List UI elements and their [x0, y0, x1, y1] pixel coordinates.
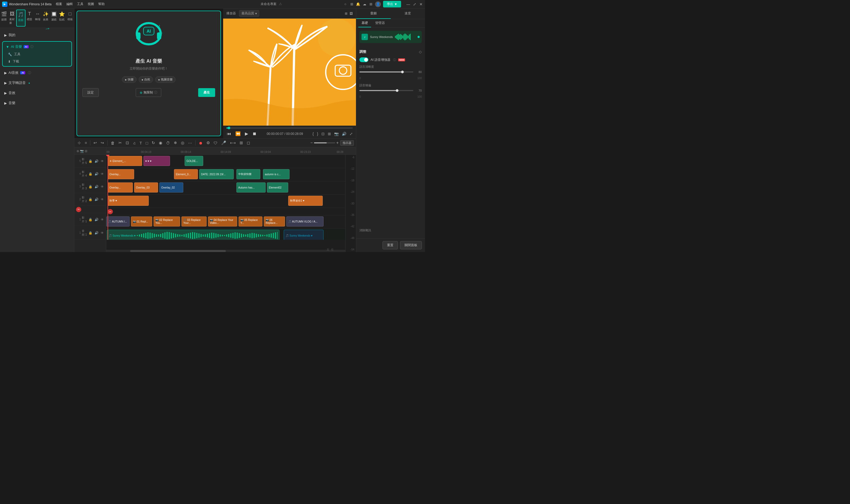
- clip-midautumn[interactable]: 中秋節快樂: [236, 169, 260, 179]
- clip-date[interactable]: DATE: 2022.09.19/...: [199, 169, 234, 179]
- track-1-eye[interactable]: 👁: [100, 217, 104, 222]
- clip-06-replace[interactable]: 📷 06 Replace...: [264, 216, 285, 227]
- track-1-speaker[interactable]: 🔊: [94, 217, 99, 222]
- menu-item-view[interactable]: 視圖: [88, 2, 94, 6]
- settings-icon[interactable]: ⊞: [350, 2, 354, 6]
- transition-tool-button[interactable]: ⟷: [229, 140, 237, 146]
- menu-item-help[interactable]: 幫助: [98, 2, 105, 6]
- ai-music-tools[interactable]: 🔧 工具: [6, 51, 70, 58]
- snap-icon[interactable]: ⊡: [321, 132, 324, 136]
- toolbar-audio[interactable]: 🎵 音頻: [16, 10, 25, 26]
- menu-item-file[interactable]: 檔案: [56, 2, 62, 6]
- toolbar-template[interactable]: □ 模板: [66, 10, 74, 26]
- track-4-speaker[interactable]: 🔊: [94, 172, 99, 176]
- clarity-slider[interactable]: [359, 71, 413, 72]
- cloud-icon[interactable]: ☁: [362, 2, 367, 6]
- image-icon[interactable]: 🖼: [350, 12, 353, 15]
- clip-autumn-is[interactable]: autumn is c...: [263, 169, 289, 179]
- clip-autumn-vlog-end[interactable]: 🎵 AUTUMN VLOG / A...: [286, 216, 323, 227]
- volume-icon[interactable]: 🔊: [342, 132, 347, 136]
- toolbar-sticker[interactable]: ⭐ 貼紙: [58, 10, 66, 26]
- clip-01-replace[interactable]: 📷 01 Repl...: [131, 216, 152, 227]
- track-4-lock[interactable]: 🔒: [88, 172, 93, 176]
- adjust-diamond-icon[interactable]: ◇: [419, 50, 422, 54]
- track-3-lock[interactable]: 🔒: [88, 184, 93, 189]
- pip-tool-button[interactable]: ⊞: [238, 140, 244, 146]
- tag-ambient[interactable]: ● 氛圍音樂: [155, 76, 176, 83]
- audio-1-eye[interactable]: 👁: [100, 231, 104, 235]
- music-header[interactable]: ▶ 音樂: [3, 99, 71, 107]
- noise-slider[interactable]: [359, 90, 413, 91]
- stop-button[interactable]: ⏹: [252, 131, 257, 137]
- maximize-button[interactable]: ⤢: [413, 2, 417, 6]
- toolbar-effect[interactable]: ✨ 效果: [42, 10, 50, 26]
- clip-overlay-02[interactable]: Overlay_02: [159, 182, 183, 193]
- track-5-speaker[interactable]: 🔊: [94, 159, 99, 164]
- add-track-button[interactable]: ⊕: [76, 149, 79, 153]
- subtab-voice-changer[interactable]: 變聲器: [372, 19, 388, 28]
- pip-icon[interactable]: ⊞: [328, 132, 331, 136]
- fullscreen-icon[interactable]: ⤢: [350, 132, 353, 136]
- cut-button[interactable]: ✂: [118, 140, 123, 146]
- clip-autumn-season[interactable]: 秋季 ♥: [108, 196, 149, 206]
- clip-hearts[interactable]: ♥ ♥ ♥: [143, 156, 170, 166]
- audio-clip-sunny-2[interactable]: 🎵 Sunny Weekends ♥: [284, 230, 323, 240]
- clip-golde[interactable]: GOLDE...: [184, 156, 203, 166]
- select-track-button[interactable]: ⌗: [84, 140, 88, 146]
- toolbar-material[interactable]: 🖼 素材庫: [8, 10, 16, 26]
- ai-effect-header[interactable]: ▶ AI音效 AI ⓘ: [3, 69, 71, 77]
- track-4-eye[interactable]: 👁: [100, 172, 104, 176]
- clip-autumn-mini[interactable]: 秋季迷你1 ♥: [288, 196, 323, 206]
- tab-speed[interactable]: 速度: [391, 8, 425, 19]
- toolbar-filter[interactable]: 🔲 濾鏡: [50, 10, 58, 26]
- shape-button[interactable]: □: [144, 140, 149, 146]
- tag-happy[interactable]: ● 快樂: [122, 76, 137, 83]
- audio-clip-sunny-1[interactable]: 🎵 Sunny Weekends ♥ // Waveform bars gene…: [107, 230, 280, 240]
- camera-track-button[interactable]: 📷: [80, 149, 84, 153]
- track-2-speaker[interactable]: 🔊: [94, 197, 99, 202]
- record-button[interactable]: ⏺: [198, 140, 204, 146]
- audio-1-speaker[interactable]: 🔊: [94, 231, 99, 235]
- clip-overlay-03[interactable]: Overlay_03: [134, 182, 158, 193]
- undo-button[interactable]: ↩: [92, 140, 98, 146]
- track-5-eye[interactable]: 👁: [100, 159, 104, 164]
- track-5-lock[interactable]: 🔒: [88, 159, 93, 164]
- progress-bar[interactable]: [226, 127, 353, 128]
- text-button[interactable]: T: [138, 140, 143, 146]
- timeline-scrollbar[interactable]: [106, 250, 345, 252]
- ai-settings-button[interactable]: 設定: [82, 88, 99, 97]
- quality-select[interactable]: 最高品質 ▾: [239, 10, 259, 17]
- rotate-button[interactable]: ↻: [150, 140, 156, 146]
- mark-in-icon[interactable]: {: [313, 132, 314, 136]
- search-icon[interactable]: ○: [343, 2, 348, 6]
- clip-04-replace[interactable]: 📷 04 Replace Your Video...: [208, 216, 237, 227]
- clip-autumn-vlog-start[interactable]: 🎵 AUTUMN /...: [106, 216, 130, 227]
- menu-item-tools[interactable]: 工具: [77, 2, 84, 6]
- track-3-eye[interactable]: 👁: [100, 184, 104, 189]
- track-2-eye[interactable]: 👁: [100, 197, 104, 202]
- mic-button[interactable]: 🎤: [220, 140, 227, 146]
- zoom-minus-button[interactable]: −: [310, 141, 313, 145]
- mark-out-icon[interactable]: }: [317, 132, 318, 136]
- clip-05-replace[interactable]: 📷 05 Replace Y...: [238, 216, 262, 227]
- ai-music-download[interactable]: ⬇ 下載: [6, 58, 70, 65]
- notification-icon[interactable]: 🔔: [356, 2, 360, 6]
- ai-enhancer-toggle[interactable]: [359, 57, 368, 62]
- zoom-track[interactable]: [314, 142, 335, 143]
- user-avatar[interactable]: 👤: [375, 1, 381, 7]
- track-2-lock[interactable]: 🔒: [88, 197, 93, 202]
- clip-element[interactable]: ☀ Element_...: [108, 156, 142, 166]
- frame-back-button[interactable]: ⏪: [235, 131, 241, 137]
- freeze-button[interactable]: ❄: [173, 140, 178, 146]
- color-button[interactable]: ◉: [158, 140, 163, 146]
- reset-button[interactable]: 重置: [383, 241, 398, 249]
- toolbar-title[interactable]: T 標題: [25, 10, 34, 26]
- screenshot-icon[interactable]: 📷: [334, 132, 339, 136]
- tts-header[interactable]: ▶ 文字轉語音 ●: [3, 79, 71, 87]
- toolbar-transition[interactable]: ↔ 轉場: [34, 10, 42, 26]
- audio-1-lock[interactable]: 🔒: [88, 231, 93, 235]
- clip-element02[interactable]: Element02: [267, 182, 288, 193]
- ai-tool-button[interactable]: ◻: [246, 140, 251, 146]
- clip-element-0[interactable]: Element_0...: [174, 169, 198, 179]
- clip-02-replace[interactable]: 📷 02 Replace You...: [154, 216, 180, 227]
